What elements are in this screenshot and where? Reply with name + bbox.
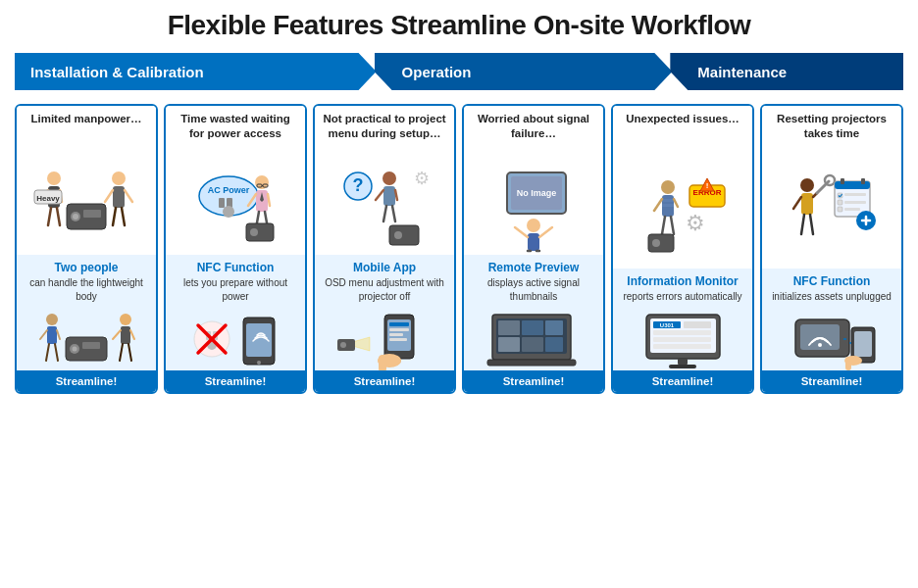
card-5: Unexpected issues…: [611, 104, 754, 394]
svg-line-131: [801, 215, 804, 234]
svg-point-18: [46, 314, 58, 325]
card-2-solution-bold: NFC Function: [197, 261, 275, 274]
card-5-illustration: ERROR ! ⚙: [619, 161, 746, 269]
card-4-illustration: No Image: [470, 161, 597, 255]
svg-rect-135: [841, 178, 844, 184]
svg-line-61: [376, 190, 383, 200]
svg-point-28: [120, 314, 131, 325]
svg-rect-72: [389, 322, 409, 326]
svg-rect-93: [498, 320, 520, 335]
svg-rect-86: [528, 233, 539, 251]
cards-row: Limited manpower… Heavy: [15, 104, 903, 394]
card-2-solution-title: NFC Function: [173, 261, 298, 274]
card-6-solution-desc: initializes assets unplugged: [769, 290, 894, 304]
phase-operation: Operation: [375, 53, 673, 90]
svg-rect-124: [669, 365, 696, 368]
svg-rect-75: [389, 338, 407, 341]
card-4-solution-desc: displays active signal thumbnails: [471, 276, 596, 303]
card-6-solution-img: [769, 307, 894, 370]
svg-line-33: [128, 344, 131, 361]
card-3-streamline[interactable]: Streamline!: [315, 370, 454, 392]
card-3-solution-img: [322, 307, 447, 370]
svg-line-20: [40, 330, 47, 339]
svg-line-62: [395, 190, 397, 200]
svg-rect-19: [47, 326, 57, 344]
card-3: Not practical to project menu during set…: [313, 104, 456, 394]
card-5-problem: Unexpected issues…: [626, 112, 740, 155]
svg-point-100: [661, 180, 675, 194]
svg-rect-143: [838, 207, 842, 212]
svg-line-5: [57, 208, 60, 225]
svg-rect-36: [219, 198, 225, 208]
page-container: Flexible Features Streamline On-site Wor…: [0, 0, 918, 409]
svg-point-8: [112, 172, 126, 185]
card-6: Resetting projectors takes time: [760, 104, 903, 394]
svg-line-31: [130, 330, 134, 339]
card-4: Worried about signal failure… No Image: [462, 104, 605, 394]
svg-point-114: [652, 239, 660, 247]
card-1-bottom: Two people can handle the lightweight bo…: [17, 255, 156, 392]
svg-point-49: [250, 228, 258, 236]
svg-rect-78: [379, 355, 386, 372]
card-6-top: Resetting projectors takes time: [762, 106, 901, 269]
svg-line-104: [654, 199, 662, 211]
svg-text:AC Power: AC Power: [208, 185, 250, 195]
card-2: Time wasted waiting for power access AC …: [164, 104, 307, 394]
phase-installation: Installation & Calibration: [15, 53, 377, 90]
svg-rect-137: [838, 193, 842, 198]
svg-rect-152: [854, 331, 872, 357]
svg-rect-95: [522, 320, 543, 335]
card-2-solution-desc: lets you prepare without power: [173, 276, 298, 303]
phase-banner: Installation & Calibration Operation Mai…: [15, 53, 903, 90]
svg-line-87: [515, 227, 528, 237]
svg-point-58: [257, 361, 261, 365]
card-4-top: Worried about signal failure… No Image: [464, 106, 603, 255]
svg-rect-113: [648, 234, 674, 252]
svg-rect-102: [662, 199, 674, 202]
svg-text:No Image: No Image: [517, 188, 557, 198]
svg-point-81: [340, 342, 346, 348]
svg-rect-73: [389, 328, 409, 331]
svg-rect-144: [844, 208, 860, 211]
card-3-bottom: Mobile App OSD menu adjustment with proj…: [315, 255, 454, 392]
card-6-solution-bold: NFC Function: [793, 274, 871, 288]
card-6-illustration: [768, 161, 895, 269]
svg-line-105: [674, 199, 678, 207]
svg-line-32: [120, 344, 123, 361]
svg-text:?: ?: [353, 175, 364, 195]
card-1-solution-title: Two people: [24, 261, 149, 274]
svg-line-30: [113, 330, 121, 339]
svg-rect-17: [83, 210, 101, 218]
card-2-top: Time wasted waiting for power access AC …: [166, 106, 305, 255]
card-5-streamline[interactable]: Streamline!: [613, 370, 752, 392]
svg-rect-60: [383, 186, 395, 206]
svg-rect-136: [861, 178, 865, 184]
card-1-solution-img: [24, 307, 149, 370]
svg-point-38: [223, 206, 234, 218]
card-3-solution-bold: Mobile App: [353, 261, 416, 274]
card-5-bottom: Information Monitor reports errors autom…: [613, 269, 752, 393]
svg-text:⚙: ⚙: [414, 169, 430, 188]
card-1: Limited manpower… Heavy: [15, 104, 158, 394]
card-3-problem: Not practical to project menu during set…: [321, 112, 448, 155]
svg-rect-99: [487, 360, 576, 366]
svg-rect-154: [845, 357, 851, 370]
svg-rect-9: [113, 186, 125, 208]
svg-rect-96: [522, 337, 543, 352]
card-2-bottom: NFC Function lets you prepare without po…: [166, 255, 305, 392]
card-4-streamline[interactable]: Streamline!: [464, 370, 603, 392]
svg-rect-122: [653, 344, 711, 349]
card-6-streamline[interactable]: Streamline!: [762, 370, 901, 392]
card-1-streamline[interactable]: Streamline!: [17, 370, 156, 392]
svg-point-16: [73, 214, 78, 220]
svg-point-68: [394, 231, 402, 239]
svg-line-64: [392, 206, 395, 221]
svg-point-59: [382, 172, 396, 185]
svg-line-13: [122, 208, 125, 225]
svg-rect-74: [389, 333, 403, 336]
card-2-streamline[interactable]: Streamline!: [166, 370, 305, 392]
svg-line-11: [125, 190, 132, 202]
svg-point-26: [73, 346, 77, 351]
card-1-illustration: Heavy: [23, 161, 150, 255]
svg-rect-123: [678, 359, 688, 365]
